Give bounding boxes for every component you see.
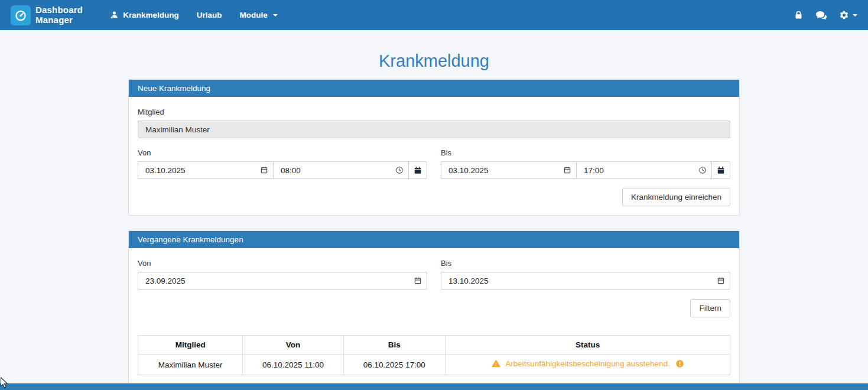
- calendar-solid-icon: [414, 166, 422, 174]
- gear-icon: [839, 10, 849, 20]
- from-date-input[interactable]: [138, 161, 274, 179]
- cursor-icon: [0, 377, 9, 390]
- to-calendar-button[interactable]: [711, 161, 730, 179]
- chevron-down-icon: [273, 14, 278, 17]
- member-label: Mitglied: [138, 108, 730, 116]
- gauge-icon: [11, 5, 31, 25]
- user-icon: [110, 11, 119, 20]
- warning-triangle-icon: [492, 361, 503, 370]
- calendar-outline-icon[interactable]: [563, 166, 571, 174]
- calendar-outline-icon[interactable]: [717, 277, 725, 285]
- cell-to: 06.10.2025 17:00: [343, 355, 445, 375]
- calendar-solid-icon: [717, 166, 725, 174]
- settings-menu-button[interactable]: [839, 10, 857, 20]
- status-text: Arbeitsunfähigkeitsbescheinigung aussteh…: [505, 359, 669, 368]
- calendar-outline-icon[interactable]: [260, 166, 268, 174]
- page-title: Krankmeldung: [0, 51, 868, 71]
- filter-from-label: Von: [138, 259, 427, 268]
- member-input: [138, 121, 730, 138]
- from-label: Von: [138, 148, 427, 157]
- nav-label-urlaub: Urlaub: [197, 11, 222, 20]
- nav-item-urlaub[interactable]: Urlaub: [197, 11, 222, 20]
- table-header-status: Status: [446, 336, 730, 355]
- lock-icon: [794, 10, 804, 20]
- brand-logo[interactable]: Dashboard Manager: [11, 5, 83, 25]
- new-sick-note-panel: Neue Krankmeldung Mitglied Von: [128, 79, 740, 216]
- filter-from-date-input[interactable]: [138, 272, 427, 290]
- to-date-input[interactable]: [441, 161, 577, 179]
- submit-sick-note-button[interactable]: Krankmeldung einreichen: [622, 188, 730, 206]
- brand-line2: Manager: [35, 15, 83, 25]
- table-row: Maximilian Muster 06.10.2025 11:00 06.10…: [138, 355, 730, 375]
- clock-icon[interactable]: [395, 166, 404, 174]
- from-time-input[interactable]: [273, 161, 409, 179]
- past-sick-notes-header: Vergangene Krankmeldungen: [129, 231, 739, 248]
- exclamation-circle-icon[interactable]: [673, 361, 684, 370]
- to-time-input[interactable]: [576, 161, 712, 179]
- navbar-actions: [794, 10, 857, 21]
- to-label: Bis: [441, 148, 730, 157]
- new-sick-note-header: Neue Krankmeldung: [129, 80, 739, 97]
- clock-icon[interactable]: [698, 166, 707, 174]
- table-header-von: Von: [243, 336, 343, 355]
- nav-label-krankmeldung: Krankmeldung: [123, 11, 179, 20]
- calendar-outline-icon[interactable]: [414, 277, 422, 285]
- cell-from: 06.10.2025 11:00: [243, 355, 343, 375]
- top-navbar: Dashboard Manager Krankmeldung Urlaub Mo…: [0, 0, 868, 30]
- from-calendar-button[interactable]: [408, 161, 427, 179]
- bottom-bar: [0, 383, 868, 390]
- messages-button[interactable]: [815, 10, 827, 21]
- brand-line1: Dashboard: [35, 5, 83, 15]
- filter-to-label: Bis: [441, 259, 730, 268]
- sick-notes-table: Mitglied Von Bis Status Maximilian Muste…: [138, 335, 730, 375]
- nav-label-module: Module: [239, 11, 267, 20]
- brand-title: Dashboard Manager: [35, 5, 83, 25]
- nav-item-krankmeldung[interactable]: Krankmeldung: [110, 11, 179, 20]
- nav-menu: Krankmeldung Urlaub Module: [110, 11, 278, 20]
- lock-button[interactable]: [794, 10, 804, 20]
- filter-to-date-input[interactable]: [441, 272, 730, 290]
- comments-icon: [815, 10, 827, 21]
- chevron-down-icon: [853, 14, 857, 17]
- table-header-row: Mitglied Von Bis Status: [138, 336, 730, 355]
- past-sick-notes-panel: Vergangene Krankmeldungen Von: [128, 230, 740, 390]
- filter-button[interactable]: Filtern: [690, 299, 730, 317]
- table-header-bis: Bis: [343, 336, 445, 355]
- cell-member: Maximilian Muster: [138, 355, 243, 375]
- nav-item-module[interactable]: Module: [239, 11, 277, 20]
- cell-status: Arbeitsunfähigkeitsbescheinigung aussteh…: [446, 355, 730, 375]
- table-header-mitglied: Mitglied: [138, 336, 243, 355]
